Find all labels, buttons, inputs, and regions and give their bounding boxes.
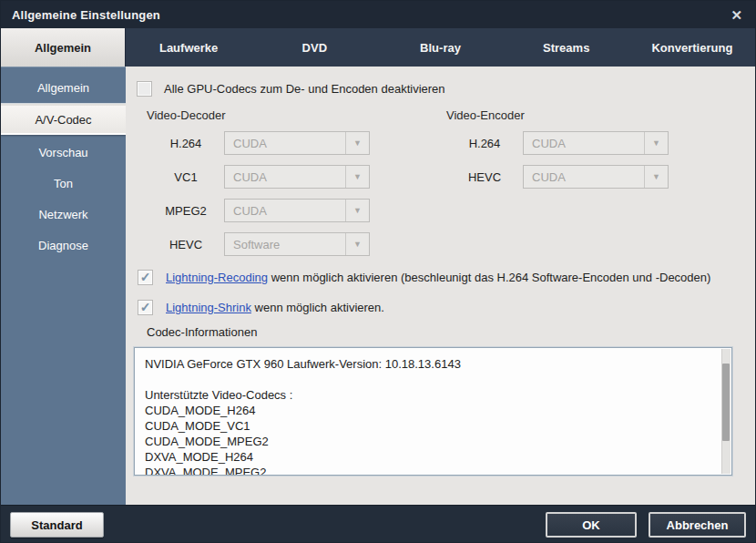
decoder-mpeg2-select[interactable]: CUDA ▼ [224, 199, 370, 222]
chevron-down-icon: ▼ [345, 132, 369, 154]
lightning-recoding-text: Lightning-Recoding wenn möglich aktivier… [166, 271, 710, 284]
tab-blu-ray[interactable]: Blu-ray [377, 28, 503, 67]
tab-streams[interactable]: Streams [504, 28, 629, 67]
dropdown-arrow-glyph: ▼ [353, 206, 362, 215]
tab-laufwerke[interactable]: Laufwerke [126, 28, 251, 67]
decoder-mpeg2-label: MPEG2 [153, 204, 219, 218]
decoder-row-mpeg2: MPEG2 CUDA ▼ [153, 199, 370, 222]
decoder-vc1-value: CUDA [225, 170, 345, 184]
chevron-down-icon: ▼ [345, 166, 369, 188]
sidebar-item-diagnose[interactable]: Diagnose [1, 230, 126, 261]
check-icon: ✓ [140, 271, 151, 283]
decoder-hevc-label: HEVC [153, 238, 219, 251]
chevron-down-icon: ▼ [345, 233, 369, 255]
footer-bar: Standard OK Abbrechen [1, 505, 755, 542]
sidebar-item-vorschau[interactable]: Vorschau [1, 137, 126, 168]
content-panel: Alle GPU-Codecs zum De- und Encoden deak… [126, 67, 755, 505]
lightning-shrink-link[interactable]: Lightning-Shrink [166, 301, 251, 314]
encoder-row-h264: H.264 CUDA ▼ [452, 131, 669, 155]
lightning-recoding-checkbox[interactable]: ✓ [138, 270, 153, 285]
lightning-shrink-checkbox[interactable]: ✓ [138, 300, 153, 315]
encoder-hevc-label: HEVC [452, 170, 517, 184]
decoder-hevc-value: Software [225, 238, 345, 251]
encoder-hevc-value: CUDA [524, 170, 644, 184]
dropdown-arrow-glyph: ▼ [353, 172, 362, 181]
scrollbar-thumb[interactable] [722, 364, 730, 441]
decoder-mpeg2-value: CUDA [225, 204, 345, 218]
sidebar-item-ton[interactable]: Ton [1, 168, 126, 199]
sidebar-item-av-codec[interactable]: A/V-Codec [1, 104, 126, 135]
dropdown-arrow-glyph: ▼ [353, 240, 362, 249]
encoder-row-hevc: HEVC CUDA ▼ [452, 165, 669, 189]
cancel-button[interactable]: Abbrechen [649, 512, 746, 538]
decoder-h264-select[interactable]: CUDA ▼ [224, 131, 370, 155]
lightning-recoding-rest: wenn möglich aktivieren (beschleunigt da… [268, 271, 710, 284]
sidebar-item-netzwerk[interactable]: Netzwerk [1, 199, 126, 230]
dropdown-arrow-glyph: ▼ [652, 138, 660, 148]
encoder-h264-value: CUDA [524, 137, 644, 150]
lightning-recoding-row: ✓ Lightning-Recoding wenn möglich aktivi… [138, 270, 710, 285]
gpu-codecs-checkbox[interactable] [137, 81, 152, 97]
decoder-hevc-select[interactable]: Software ▼ [224, 232, 370, 256]
codec-info-label: Codec-Informationen [147, 325, 257, 339]
scrollbar[interactable] [721, 349, 730, 474]
decoder-row-h264: H.264 CUDA ▼ [153, 131, 370, 155]
dialog-title: Allgemeine Einstellungen [12, 8, 160, 22]
dropdown-arrow-glyph: ▼ [652, 172, 660, 181]
close-icon[interactable]: ✕ [730, 8, 742, 22]
decoder-h264-label: H.264 [153, 137, 219, 150]
encoder-h264-select[interactable]: CUDA ▼ [523, 131, 669, 155]
tab-konvertierung[interactable]: Konvertierung [629, 28, 755, 67]
gpu-codecs-label: Alle GPU-Codecs zum De- und Encoden deak… [164, 82, 445, 96]
tab-bar: Allgemein Laufwerke DVD Blu-ray Streams … [1, 28, 755, 67]
decoder-vc1-label: VC1 [153, 170, 219, 184]
chevron-down-icon: ▼ [644, 166, 668, 188]
tab-dvd[interactable]: DVD [251, 28, 377, 67]
encoder-h264-label: H.264 [452, 137, 517, 150]
tab-allgemein[interactable]: Allgemein [1, 28, 126, 67]
decoder-h264-value: CUDA [225, 137, 345, 150]
lightning-recoding-link[interactable]: Lightning-Recoding [166, 271, 268, 284]
sidebar-item-allgemein[interactable]: Allgemein [1, 73, 126, 104]
dropdown-arrow-glyph: ▼ [353, 138, 362, 148]
chevron-down-icon: ▼ [345, 200, 369, 221]
standard-button[interactable]: Standard [10, 512, 104, 538]
gpu-codecs-row: Alle GPU-Codecs zum De- und Encoden deak… [137, 81, 445, 97]
lightning-shrink-rest: wenn möglich aktivieren. [251, 301, 384, 314]
decoder-vc1-select[interactable]: CUDA ▼ [224, 165, 370, 189]
lightning-shrink-row: ✓ Lightning-Shrink wenn möglich aktivier… [138, 300, 384, 315]
codec-info-text: NVIDIA GeForce GTX 960 Laufwerk-Version:… [135, 348, 721, 475]
sidebar: Allgemein A/V-Codec Vorschau Ton Netzwer… [1, 67, 126, 505]
chevron-down-icon: ▼ [644, 132, 668, 154]
check-icon: ✓ [140, 301, 151, 313]
decoder-row-hevc: HEVC Software ▼ [153, 232, 370, 256]
lightning-shrink-text: Lightning-Shrink wenn möglich aktivieren… [166, 301, 384, 314]
title-bar: Allgemeine Einstellungen ✕ [1, 1, 755, 28]
video-encoder-title: Video-Encoder [446, 108, 525, 122]
encoder-hevc-select[interactable]: CUDA ▼ [523, 165, 669, 189]
decoder-row-vc1: VC1 CUDA ▼ [153, 165, 370, 189]
ok-button[interactable]: OK [546, 512, 637, 538]
codec-info-box[interactable]: NVIDIA GeForce GTX 960 Laufwerk-Version:… [134, 347, 732, 476]
settings-dialog: Allgemeine Einstellungen ✕ Allgemein Lau… [0, 0, 756, 543]
video-decoder-title: Video-Decoder [147, 108, 225, 122]
